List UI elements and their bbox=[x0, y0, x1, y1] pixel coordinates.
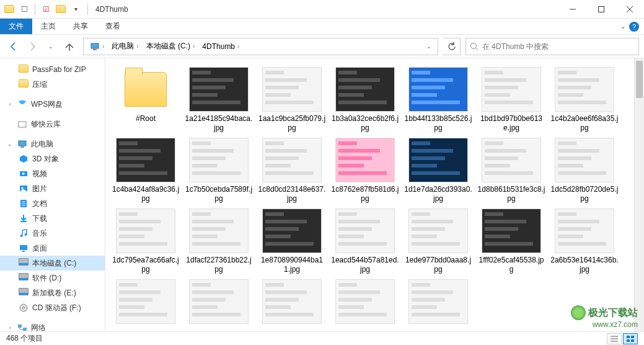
sidebar-item[interactable]: 本地磁盘 (C:) bbox=[0, 256, 105, 271]
tab-home[interactable]: 主页 bbox=[32, 19, 64, 34]
file-item[interactable]: 1d1e7da26cd393a0.jpg bbox=[402, 135, 475, 206]
svg-rect-31 bbox=[192, 101, 240, 104]
file-item[interactable]: 1c7b50cebda7589f.jpg bbox=[182, 135, 255, 206]
neutral-icon[interactable]: ☐ bbox=[17, 2, 31, 16]
sidebar-item[interactable]: PassFab for ZIP bbox=[0, 62, 105, 77]
sidebar-item[interactable]: ›网络 bbox=[0, 320, 105, 331]
file-item[interactable]: 1fff02e5caf45538.jpg bbox=[475, 206, 548, 277]
sidebar-item[interactable]: ›WPS网盘 bbox=[0, 97, 105, 112]
file-item[interactable]: 1bd1bd97b0be613e.jpg bbox=[475, 65, 548, 135]
nav-up-button[interactable] bbox=[61, 38, 78, 55]
file-name: 1c8762e87fb581d6.jpg bbox=[331, 185, 399, 204]
sidebar-item[interactable]: 新加载卷 (E:) bbox=[0, 285, 105, 300]
expand-icon[interactable]: › bbox=[6, 325, 14, 331]
scrollbar-thumb[interactable] bbox=[636, 61, 643, 98]
file-item[interactable]: 1c4b2a0ee6f68a35.jpg bbox=[548, 65, 621, 135]
tab-view[interactable]: 查看 bbox=[97, 19, 129, 34]
help-icon[interactable]: ? bbox=[629, 22, 639, 32]
file-item[interactable]: 1c8762e87fb581d6.jpg bbox=[329, 135, 402, 206]
svg-rect-131 bbox=[412, 227, 445, 231]
file-item[interactable]: 1c8d0cd23148e637.jpg bbox=[255, 135, 329, 206]
crumb-this-pc[interactable]: 此电脑› bbox=[108, 38, 142, 55]
svg-rect-154 bbox=[192, 290, 234, 294]
file-item[interactable]: 1d8b861b531fe3c8.jpg bbox=[475, 135, 548, 206]
svg-rect-135 bbox=[485, 212, 503, 216]
scrollbar-vertical[interactable] bbox=[634, 58, 644, 331]
svg-rect-127 bbox=[338, 242, 387, 246]
address-dropdown[interactable]: ⌄ bbox=[423, 38, 435, 55]
crumb-pc-icon[interactable]: › bbox=[86, 38, 108, 55]
crumb-drive-c[interactable]: 本地磁盘 (C:)› bbox=[143, 38, 199, 55]
svg-rect-59 bbox=[558, 86, 591, 89]
file-item[interactable]: 1dc5d28fb0720de5.jpg bbox=[548, 135, 621, 206]
tab-share[interactable]: 共享 bbox=[64, 19, 97, 34]
nav-forward-button[interactable] bbox=[24, 38, 41, 55]
sidebar-item[interactable]: 下载 bbox=[0, 211, 105, 226]
folder-icon[interactable] bbox=[2, 2, 16, 16]
sidebar-item[interactable]: 视频 bbox=[0, 166, 105, 181]
svg-rect-58 bbox=[558, 78, 599, 82]
svg-rect-160 bbox=[265, 290, 307, 294]
file-item[interactable]: 2a6b53e16414c36b.jpg bbox=[548, 206, 621, 277]
file-item[interactable]: 1a21e4185c94baca.jpg bbox=[182, 65, 255, 135]
sidebar-item[interactable]: 3D 对象 bbox=[0, 151, 105, 166]
folder-icon-2[interactable] bbox=[54, 2, 68, 16]
sidebar-item[interactable]: 图片 bbox=[0, 181, 105, 196]
properties-icon[interactable]: ☑ bbox=[39, 2, 53, 16]
sidebar-item[interactable]: ⌄此电脑 bbox=[0, 137, 105, 151]
svg-rect-20 bbox=[20, 245, 27, 250]
sidebar-item[interactable]: 音乐 bbox=[0, 226, 105, 241]
nav-history-button[interactable]: ⌄ bbox=[42, 38, 60, 55]
maximize-icon bbox=[598, 6, 604, 12]
ribbon-collapse-icon[interactable]: ⌄ bbox=[620, 23, 625, 30]
svg-rect-1 bbox=[599, 6, 604, 12]
svg-rect-112 bbox=[192, 220, 234, 223]
qat-dropdown-icon[interactable]: ▾ bbox=[69, 2, 82, 16]
tab-file[interactable]: 文件 bbox=[0, 19, 32, 34]
svg-rect-52 bbox=[485, 78, 526, 82]
view-details-button[interactable] bbox=[607, 333, 622, 344]
minimize-button[interactable] bbox=[558, 0, 587, 19]
file-item[interactable] bbox=[255, 277, 329, 329]
expand-icon[interactable]: › bbox=[6, 101, 14, 107]
expand-icon[interactable]: ⌄ bbox=[6, 141, 14, 147]
maximize-button[interactable] bbox=[587, 0, 615, 19]
file-item[interactable]: 1ede977bdd0aaa8.jpg bbox=[402, 206, 475, 277]
file-item[interactable]: 1dfacf227361bb22.jpg bbox=[182, 206, 255, 277]
file-item[interactable] bbox=[402, 277, 475, 329]
address-bar[interactable]: › 此电脑› 本地磁盘 (C:)› 4DThumb› ⌄ bbox=[83, 38, 438, 55]
refresh-button[interactable] bbox=[443, 38, 461, 55]
file-thumbnail bbox=[262, 138, 322, 182]
sidebar-item[interactable]: 桌面 bbox=[0, 241, 105, 256]
sidebar-item[interactable]: 够快云库 bbox=[0, 117, 105, 132]
nav-sidebar[interactable]: PassFab for ZIP压缩›WPS网盘够快云库⌄此电脑3D 对象视频图片… bbox=[0, 58, 105, 331]
file-item[interactable]: 1b3a0a32cec6b2f6.jpg bbox=[329, 65, 402, 135]
file-name: 1dc795ea7ac66afc.jpg bbox=[112, 256, 180, 274]
sidebar-item[interactable]: CD 驱动器 (F:) bbox=[0, 300, 105, 315]
nav-back-button[interactable] bbox=[5, 38, 22, 55]
file-item[interactable]: 1bb44f133b85c526.jpg bbox=[402, 65, 475, 135]
file-item[interactable]: 1aa1c9bca25fb079.jpg bbox=[255, 65, 329, 135]
file-item[interactable]: 1e8708990944ba11.jpg bbox=[255, 206, 329, 277]
sidebar-item[interactable]: 压缩 bbox=[0, 77, 105, 92]
file-item[interactable] bbox=[329, 277, 402, 329]
search-box[interactable] bbox=[465, 38, 639, 55]
file-item[interactable] bbox=[109, 277, 182, 329]
crumb-folder[interactable]: 4DThumb› bbox=[198, 38, 243, 55]
search-input[interactable] bbox=[482, 42, 635, 51]
svg-rect-166 bbox=[338, 290, 380, 294]
svg-rect-46 bbox=[412, 78, 453, 82]
view-thumbnails-button[interactable] bbox=[623, 333, 638, 344]
svg-rect-162 bbox=[265, 305, 291, 309]
file-view[interactable]: #Root1a21e4185c94baca.jpg1aa1c9bca25fb07… bbox=[105, 58, 644, 331]
folder-item[interactable]: #Root bbox=[109, 65, 182, 135]
file-item[interactable]: 1dc795ea7ac66afc.jpg bbox=[109, 206, 182, 277]
close-button[interactable] bbox=[615, 0, 644, 19]
disk-icon bbox=[19, 273, 29, 283]
file-item[interactable]: 1eacd544b57a81ed.jpg bbox=[329, 206, 402, 277]
file-item[interactable] bbox=[182, 277, 255, 329]
sidebar-item[interactable]: 文档 bbox=[0, 196, 105, 211]
svg-rect-30 bbox=[192, 93, 218, 97]
file-item[interactable]: 1c4ba424af8a9c36.jpg bbox=[109, 135, 182, 206]
sidebar-item[interactable]: 软件 (D:) bbox=[0, 271, 105, 285]
